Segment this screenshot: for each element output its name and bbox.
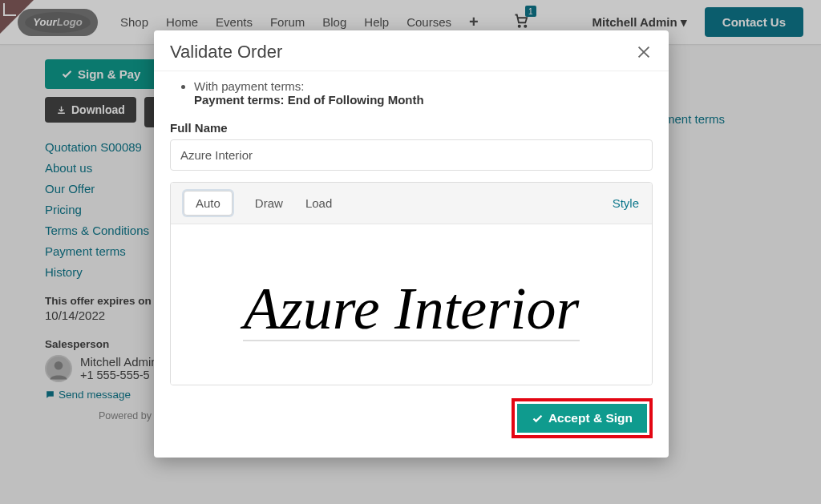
modal-title: Validate Order [170, 42, 282, 62]
modal-footer: Accept & Sign [170, 398, 653, 443]
tab-auto[interactable]: Auto [184, 191, 233, 216]
accept-sign-label: Accept & Sign [548, 411, 633, 425]
full-name-input[interactable] [170, 139, 653, 171]
signature-tabs: Auto Draw Load Style [171, 183, 652, 224]
signature-text: Azure Interior [240, 276, 580, 341]
close-icon[interactable] [635, 43, 653, 61]
signature-box: Auto Draw Load Style Azure Interior [170, 182, 653, 385]
full-name-label: Full Name [170, 121, 653, 135]
tab-load[interactable]: Load [305, 196, 332, 210]
accept-sign-button[interactable]: Accept & Sign [517, 404, 647, 433]
terms-line: With payment terms: [194, 79, 305, 93]
terms-value: Payment terms: End of Following Month [194, 93, 424, 107]
validate-order-modal: Validate Order With payment terms: Payme… [154, 30, 669, 458]
style-link[interactable]: Style [613, 196, 639, 210]
modal-header: Validate Order [154, 30, 669, 71]
tab-draw[interactable]: Draw [255, 196, 283, 210]
signature-canvas[interactable]: Azure Interior [171, 224, 652, 385]
modal-body: With payment terms: Payment terms: End o… [154, 71, 669, 458]
terms-list: With payment terms: Payment terms: End o… [194, 79, 653, 107]
accept-highlight: Accept & Sign [512, 398, 653, 438]
